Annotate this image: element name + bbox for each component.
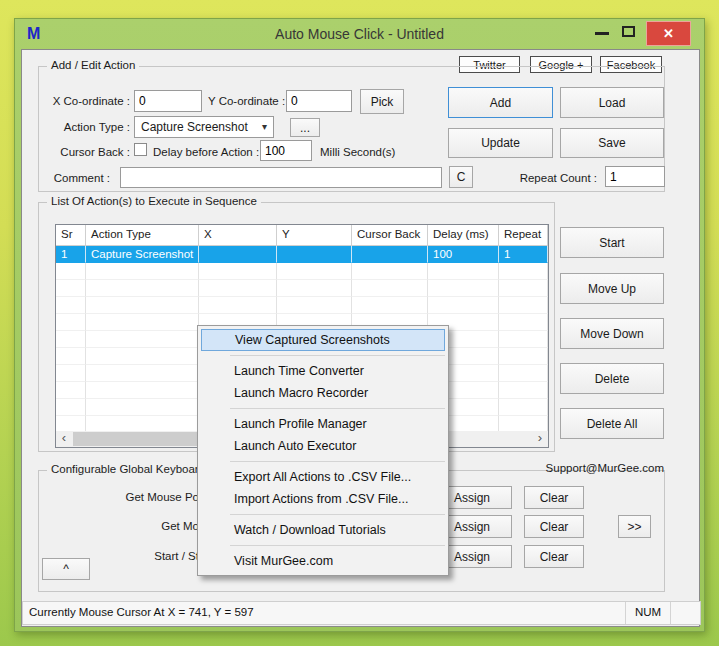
x-coordinate-input[interactable] [134, 90, 202, 112]
titlebar[interactable]: M Auto Mouse Click - Untitled ✕ [15, 19, 704, 49]
hotkey-row-label: Get Mouse Po [62, 491, 199, 503]
menu-separator [230, 545, 445, 546]
maximize-button[interactable] [622, 26, 635, 37]
more-options-button[interactable]: ... [290, 118, 320, 137]
comment-label: Comment : [42, 172, 110, 184]
cell-action-type: Capture Screenshot [86, 246, 199, 263]
desktop: { "window": { "icon_letter": "M", "title… [0, 0, 719, 646]
comment-input[interactable] [120, 167, 442, 188]
save-button[interactable]: Save [560, 128, 664, 158]
column-header[interactable]: Action Type [86, 225, 199, 246]
cell-y [277, 246, 352, 263]
status-bar: Currently Mouse Cursor At X = 741, Y = 5… [22, 601, 701, 625]
cell-sr: 1 [56, 246, 86, 263]
action-type-dropdown[interactable]: Capture Screenshot ▾ [134, 116, 274, 138]
menu-item-launch-auto-executor[interactable]: Launch Auto Executor [198, 435, 448, 457]
menu-item-watch-download-tutorials[interactable]: Watch / Download Tutorials [198, 519, 448, 541]
column-header[interactable]: Delay (ms) [428, 225, 499, 246]
column-header[interactable]: Repeat [499, 225, 548, 246]
add-edit-action-group-title: Add / Edit Action [47, 59, 139, 71]
delay-input[interactable] [260, 140, 312, 161]
table-row-empty [56, 263, 548, 280]
delete-button[interactable]: Delete [560, 363, 664, 394]
action-type-label: Action Type : [42, 121, 130, 133]
minimize-button[interactable] [595, 32, 609, 35]
y-coordinate-input[interactable] [286, 90, 352, 112]
hotkey-group-title: Configurable Global Keyboard S [47, 463, 220, 475]
move-up-button[interactable]: Move Up [560, 273, 664, 304]
add-button[interactable]: Add [448, 87, 553, 118]
column-header[interactable]: Y [277, 225, 352, 246]
table-row-empty [56, 280, 548, 297]
load-button[interactable]: Load [560, 87, 664, 118]
menu-item-visit-murgee[interactable]: Visit MurGee.com [198, 550, 448, 572]
chevron-down-icon: ▾ [262, 121, 267, 132]
pick-button[interactable]: Pick [360, 89, 404, 114]
menu-item-import-actions-csv[interactable]: Import Actions from .CSV File... [198, 488, 448, 510]
start-button[interactable]: Start [560, 227, 664, 258]
cursor-position-status: Currently Mouse Cursor At X = 741, Y = 5… [29, 606, 254, 618]
column-header[interactable]: Cursor Back [352, 225, 428, 246]
num-lock-indicator: NUM [625, 602, 671, 624]
column-header[interactable]: X [199, 225, 277, 246]
cursor-back-checkbox[interactable] [134, 143, 147, 156]
delete-all-button[interactable]: Delete All [560, 408, 664, 439]
cursor-back-label: Cursor Back : [42, 146, 130, 158]
expand-more-button[interactable]: >> [618, 515, 651, 538]
menu-item-launch-macro-recorder[interactable]: Launch Macro Recorder [198, 382, 448, 404]
menu-separator [230, 461, 445, 462]
update-button[interactable]: Update [448, 128, 553, 158]
cell-x [199, 246, 277, 263]
table-row-empty [56, 297, 548, 314]
table-row[interactable]: 1 Capture Screenshot 100 1 [56, 246, 548, 263]
close-button[interactable]: ✕ [646, 21, 691, 46]
y-coordinate-label: Y Co-ordinate : [208, 95, 282, 107]
menu-separator [230, 514, 445, 515]
delay-before-action-label: Delay before Action : [153, 146, 259, 158]
hotkey-row-label: Get Mo [62, 520, 199, 532]
menu-separator [230, 355, 445, 356]
x-coordinate-label: X Co-ordinate : [42, 95, 130, 107]
context-menu: View Captured Screenshots Launch Time Co… [197, 325, 449, 576]
cell-repeat: 1 [499, 246, 548, 263]
menu-item-launch-time-converter[interactable]: Launch Time Converter [198, 360, 448, 382]
collapse-button[interactable]: ^ [42, 558, 90, 580]
clear-button[interactable]: Clear [524, 515, 584, 538]
cell-delay: 100 [428, 246, 499, 263]
action-list-group-title: List Of Action(s) to Execute in Sequence [47, 195, 261, 207]
action-type-value: Capture Screenshot [141, 120, 248, 134]
scroll-left-icon[interactable]: ‹ [56, 431, 72, 447]
clear-button[interactable]: Clear [524, 545, 584, 568]
scroll-right-icon[interactable]: › [532, 431, 548, 447]
cell-cursor-back [352, 246, 428, 263]
clear-button[interactable]: Clear [524, 486, 584, 509]
move-down-button[interactable]: Move Down [560, 318, 664, 349]
menu-separator [230, 408, 445, 409]
menu-item-export-actions-csv[interactable]: Export All Actions to .CSV File... [198, 466, 448, 488]
milli-seconds-label: Milli Second(s) [320, 146, 395, 158]
repeat-count-label: Repeat Count : [517, 172, 597, 184]
support-email-label: Support@MurGee.com [522, 462, 664, 474]
column-header[interactable]: Sr [56, 225, 86, 246]
repeat-count-input[interactable] [605, 166, 665, 187]
menu-item-launch-profile-manager[interactable]: Launch Profile Manager [198, 413, 448, 435]
clear-comment-button[interactable]: C [449, 166, 473, 188]
table-header-row: Sr Action Type X Y Cursor Back Delay (ms… [56, 225, 548, 246]
menu-item-view-captured-screenshots[interactable]: View Captured Screenshots [201, 329, 445, 351]
